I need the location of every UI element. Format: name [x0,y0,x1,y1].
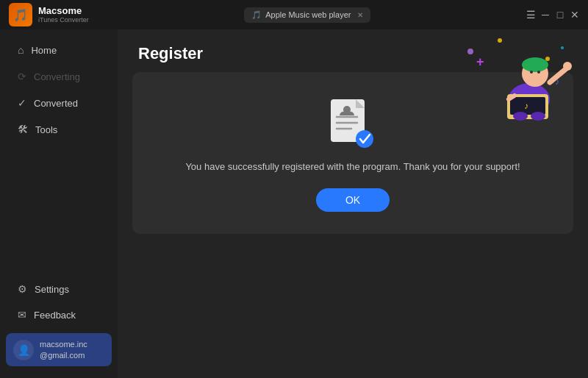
svg-point-0 [467,49,473,54]
user-info: macsome.inc @gmail.com [40,339,87,360]
sidebar-label-tools: Tools [35,124,57,135]
svg-point-16 [563,62,572,71]
app-name: Macsome [38,5,89,17]
sidebar-label-feedback: Feedback [34,310,76,321]
success-message: You have successfully registered with th… [185,160,520,174]
close-button[interactable]: ✕ [570,10,579,19]
titlebar-left: 🎵 Macsome iTunes Converter [9,3,89,26]
tab-label: Apple Music web player [265,10,351,19]
sidebar: ⌂ Home ⟳ Converting ✓ Converted 🛠 Tools … [0,29,118,378]
sidebar-item-converted[interactable]: ✓ Converted [4,90,113,115]
sidebar-label-converting: Converting [34,71,80,82]
home-icon: ⌂ [18,44,24,56]
menu-button[interactable]: ☰ [526,10,535,19]
tools-icon: 🛠 [18,124,28,135]
settings-icon: ⚙ [18,283,27,295]
sidebar-label-home: Home [31,45,57,56]
svg-point-18 [513,112,528,121]
feedback-icon: ✉ [18,309,26,321]
svg-rect-9 [524,62,546,66]
svg-point-3 [561,46,564,49]
main-layout: ⌂ Home ⟳ Converting ✓ Converted 🛠 Tools … [0,29,588,378]
app-name-block: Macsome iTunes Converter [38,5,89,24]
user-account[interactable]: 👤 macsome.inc @gmail.com [6,333,112,366]
svg-point-2 [545,57,550,61]
sidebar-item-tools[interactable]: 🛠 Tools [4,117,113,142]
svg-point-10 [530,71,533,74]
app-subtitle: iTunes Converter [38,16,89,24]
svg-text:+: + [476,54,484,69]
sidebar-label-settings: Settings [35,284,69,295]
sidebar-item-feedback[interactable]: ✉ Feedback [4,302,113,327]
titlebar-tab[interactable]: 🎵 Apple Music web player ✕ [244,7,370,23]
ok-button[interactable]: OK [316,188,390,212]
svg-point-11 [537,71,540,74]
minimize-button[interactable]: ─ [541,10,550,19]
maximize-button[interactable]: □ [556,10,564,19]
tab-close-button[interactable]: ✕ [357,11,363,19]
svg-point-19 [531,112,545,121]
svg-line-17 [509,96,514,99]
svg-text:♪: ♪ [524,101,528,111]
sidebar-item-home[interactable]: ⌂ Home [4,38,113,63]
avatar-icon: 👤 [18,344,30,356]
sidebar-item-converting: ⟳ Converting [4,64,113,89]
sidebar-bottom: ⚙ Settings ✉ Feedback 👤 macsome.inc @gma… [0,276,118,371]
sidebar-label-converted: Converted [34,98,78,109]
titlebar-controls: ☰ ─ □ ✕ [526,10,579,19]
svg-point-1 [498,38,502,43]
converted-icon: ✓ [18,97,26,109]
sidebar-item-settings[interactable]: ⚙ Settings [4,277,113,302]
illustration-svg: + ♪ ♪ [426,29,573,125]
avatar: 👤 [13,340,34,360]
success-icon-container [329,98,376,145]
titlebar: 🎵 Macsome iTunes Converter 🎵 Apple Music… [0,0,588,29]
svg-point-26 [356,130,373,148]
music-tab-icon: 🎵 [251,10,262,20]
converting-icon: ⟳ [18,71,26,82]
app-logo: 🎵 [9,3,32,26]
user-name: macsome.inc @gmail.com [40,339,87,360]
illustration: + ♪ ♪ [426,29,573,125]
content-area: + ♪ ♪ [118,29,588,378]
document-icon [329,98,376,151]
